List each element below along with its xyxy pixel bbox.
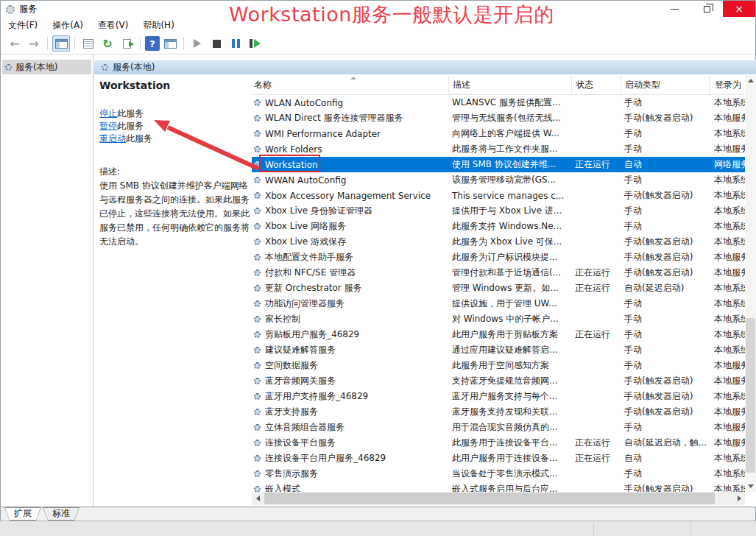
cell-name: Xbox Live 游戏保存 [252, 236, 448, 248]
cell-name: Xbox Live 身份验证管理器 [252, 205, 448, 217]
cell-startup-type: 手动(触发器启动) [621, 267, 709, 279]
menu-item[interactable]: 帮助(H) [135, 18, 181, 33]
table-row[interactable]: 蓝牙用户支持服务_46829蓝牙用户服务支持与每个...手动(触发器启动)本地系… [252, 389, 745, 404]
cell-logon-as: 本地系统 [709, 220, 745, 233]
table-row[interactable]: WLAN Direct 服务连接管理器服务管理与无线服务(包括无线...手动(触… [252, 110, 745, 126]
cell-name: 家长控制 [252, 313, 448, 325]
properties-icon[interactable] [80, 35, 97, 52]
column-header-description[interactable]: 描述 [448, 76, 571, 94]
table-row[interactable]: 本地配置文件助手服务此服务为订户标识模块提...手动(触发器启动)本地服务 [252, 250, 745, 265]
service-action-link[interactable]: 重启动 [99, 133, 126, 144]
cell-name: 本地配置文件助手服务 [252, 251, 448, 264]
menu-item[interactable]: 查看(V) [91, 18, 136, 33]
table-row[interactable]: 连接设备平台用户服务_46829此用户服务用于连接设备...正在运行自动本地系统 [252, 451, 745, 466]
restore-icon [704, 6, 710, 13]
cell-logon-as: 本地系统 [709, 483, 745, 492]
service-action-link[interactable]: 暂停 [99, 121, 117, 131]
service-action-link[interactable]: 停止 [99, 108, 117, 119]
tab-extended[interactable]: 扩展 [4, 507, 41, 521]
menu-item[interactable]: 操作(A) [45, 18, 91, 33]
table-row[interactable]: 建议疑难解答服务通过应用建议疑难解答启...手动本地系统 [252, 342, 745, 358]
table-row[interactable]: 功能访问管理器服务提供设施，用于管理 UW...手动本地系统 [252, 296, 745, 311]
stop-service-icon[interactable] [208, 35, 225, 52]
console-tree-icon[interactable] [52, 35, 70, 52]
taskbar-strip [0, 521, 756, 536]
table-row[interactable]: 剪贴板用户服务_46829此用户服务用于剪贴板方案正在运行手动本地系统 [252, 327, 745, 342]
service-gear-icon [254, 300, 261, 307]
table-row[interactable]: Xbox Live 身份验证管理器提供用于与 Xbox Live 进...手动本… [252, 203, 745, 219]
service-name: 连接设备平台用户服务_46829 [265, 452, 386, 465]
table-row[interactable]: Xbox Live 网络服务此服务支持 Windows.Ne...手动本地系统 [252, 219, 745, 234]
scroll-left-icon[interactable] [252, 492, 264, 505]
annotation-headline: Workstation服务一般默认是开启的 [229, 1, 554, 28]
close-button[interactable]: × [723, 1, 755, 17]
horizontal-scroll-thumb[interactable] [264, 493, 715, 504]
service-gear-icon [254, 486, 261, 492]
table-row[interactable]: Work Folders此服务将与工作文件夹服...手动本地服务 [252, 141, 745, 157]
table-row[interactable]: WMI Performance Adapter向网络上的客户端提供 W...手动… [252, 126, 745, 141]
help-icon[interactable]: ? [145, 36, 160, 51]
export-list-icon[interactable] [118, 35, 135, 52]
table-row[interactable]: 嵌入模式嵌入式服务启用与后台应...手动(触发器启动)本地系统 [252, 482, 745, 492]
forward-icon[interactable]: → [25, 35, 43, 52]
table-row[interactable]: Xbox Live 游戏保存此服务为 Xbox Live 可保...手动(触发器… [252, 234, 745, 250]
cell-name: WMI Performance Adapter [252, 129, 448, 139]
table-row[interactable]: 蓝牙音频网关服务支持蓝牙免提规范音频网...手动(触发器启动)本地服务 [252, 373, 745, 389]
cell-description: 该服务管理移动宽带(GS... [448, 174, 571, 186]
cell-logon-as: 本地系统 [709, 189, 745, 202]
cell-name: Xbox Live 网络服务 [252, 220, 448, 233]
table-row[interactable]: 立体音频组合器服务用于混合现实音频仿真的...手动本地服务 [252, 420, 745, 435]
menu-item[interactable]: 文件(F) [1, 18, 45, 33]
table-row[interactable]: 更新 Orchestrator 服务管理 Windows 更新。如...正在运行… [252, 281, 745, 296]
service-name: WWAN AutoConfig [265, 175, 346, 186]
service-name: WLAN AutoConfig [265, 98, 343, 108]
service-gear-icon [254, 223, 261, 230]
vertical-scroll-thumb[interactable] [746, 318, 755, 473]
column-header-startup-type[interactable]: 启动类型 [621, 76, 709, 94]
tab-standard[interactable]: 标准 [43, 507, 80, 521]
minimize-button[interactable] [658, 1, 690, 17]
cell-name: Work Folders [252, 144, 448, 155]
horizontal-scrollbar[interactable] [252, 492, 745, 505]
show-hide-panel-icon[interactable] [161, 35, 179, 52]
restore-button[interactable] [690, 1, 723, 17]
cell-name: 蓝牙支持服务 [252, 406, 448, 418]
scroll-down-icon[interactable] [745, 481, 756, 492]
services-gear-icon [6, 5, 15, 14]
table-row[interactable]: 付款和 NFC/SE 管理器管理付款和基于近场通信(...正在运行手动(触发器启… [252, 265, 745, 281]
service-gear-icon [254, 331, 261, 338]
scroll-up-icon[interactable] [745, 75, 756, 86]
service-gear-icon [254, 239, 261, 245]
table-row[interactable]: WLAN AutoConfigWLANSVC 服务提供配置...手动本地系统 [252, 95, 745, 110]
restart-service-icon[interactable] [246, 35, 264, 52]
table-row[interactable]: WWAN AutoConfig该服务管理移动宽带(GS...手动本地系统 [252, 172, 745, 188]
cell-name: Xbox Accessory Management Service [252, 191, 448, 201]
tree-item-services-local[interactable]: 服务(本地) [2, 60, 91, 74]
service-name: 蓝牙支持服务 [265, 406, 318, 418]
table-row[interactable]: Xbox Accessory Management ServiceThis se… [252, 188, 745, 203]
table-row[interactable]: 空间数据服务此服务用于空间感知方案手动本地服务 [252, 358, 745, 373]
cell-description: 此用户服务用于剪贴板方案 [448, 328, 571, 341]
cell-logon-as: 本地系统 [709, 328, 745, 341]
table-row[interactable]: 蓝牙支持服务蓝牙服务支持发现和关联...手动(触发器启动)本地服务 [252, 404, 745, 420]
column-header-status[interactable]: 状态 [571, 76, 621, 94]
table-row[interactable]: 家长控制对 Windows 中的子帐户...手动本地系统 [252, 311, 745, 327]
cell-name: 付款和 NFC/SE 管理器 [252, 267, 448, 279]
column-header-logon-as[interactable]: 登录为 [709, 76, 745, 94]
cell-startup-type: 手动 [621, 205, 709, 217]
cell-description: 嵌入式服务启用与后台应... [448, 483, 571, 492]
service-action-link-line: 暂停此服务 [99, 120, 152, 133]
table-row[interactable]: 零售演示服务当设备处于零售演示模式...手动本地系统 [252, 466, 745, 482]
start-service-icon[interactable] [188, 35, 206, 52]
table-row[interactable]: 连接设备平台服务此服务用于连接设备平台...正在运行自动(延迟启动，触...本地… [252, 435, 745, 451]
cell-name: 剪贴板用户服务_46829 [252, 328, 448, 341]
vertical-scrollbar[interactable] [745, 75, 756, 492]
column-header-name[interactable]: 名称 [252, 76, 448, 94]
table-row[interactable]: Workstation使用 SMB 协议创建并维...正在运行自动网络服务 [252, 157, 745, 172]
refresh-icon[interactable]: ↻ [99, 35, 116, 52]
back-icon[interactable]: ← [6, 35, 24, 52]
scroll-right-icon[interactable] [733, 492, 745, 505]
pause-service-icon[interactable] [227, 35, 244, 52]
service-name: WLAN Direct 服务连接管理器服务 [265, 112, 403, 124]
service-name: 蓝牙用户支持服务_46829 [265, 390, 368, 403]
